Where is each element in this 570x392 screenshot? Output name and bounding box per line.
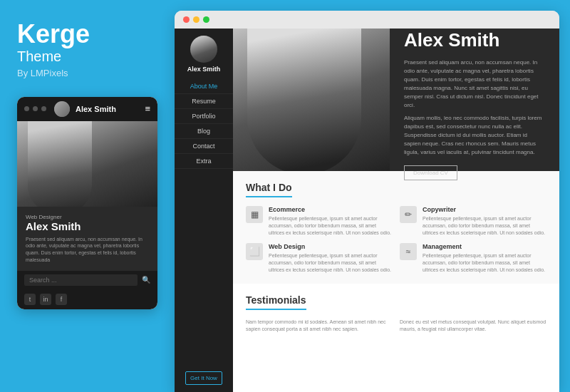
mobile-search-icon[interactable]: 🔍: [142, 276, 150, 284]
mobile-hero-face: [28, 121, 92, 207]
service-management-content: Management Pellentesque pellentesque, ip…: [423, 243, 546, 273]
service-copywriter: ✏ Copywriter Pellentesque pellentesque, …: [400, 206, 546, 236]
hero-photo: [233, 29, 390, 171]
brand-title: Kerge: [17, 19, 90, 48]
service-ecommerce-icon: ▦: [246, 206, 263, 223]
mobile-linkedin-icon[interactable]: in: [40, 294, 51, 305]
service-management-desc: Pellentesque pellentesque, ipsum sit ame…: [423, 252, 546, 273]
service-webdesign: ⬜ Web Design Pellentesque pellentesque, …: [246, 243, 393, 273]
service-management-name: Management: [423, 243, 546, 250]
service-copywriter-name: Copywriter: [423, 206, 546, 213]
desktop-sidebar-avatar-image: [190, 36, 217, 63]
service-copywriter-icon: ✏: [400, 206, 417, 223]
mobile-description: Praesent sed aliquam arcu, non accumsan …: [26, 236, 149, 264]
what-i-do-section: What I Do ▦ Ecommerce Pellentesque pelle…: [233, 171, 559, 284]
hero-info: Web Designer Alex Smith Praesent sed ali…: [390, 29, 559, 171]
testimonial-1: Nam tempor commodo mi id sodales. Aenean…: [246, 319, 393, 334]
mobile-mockup: Alex Smith ≡ Web Designer Alex Smith Pra…: [17, 97, 157, 309]
hero-face-shape: [247, 29, 361, 171]
titlebar-dot-red: [183, 16, 190, 23]
sidebar-get-it-button[interactable]: Get It Now: [185, 371, 222, 385]
hero-name: Alex Smith: [404, 29, 545, 51]
mobile-avatar: [54, 101, 70, 117]
mobile-dot-2: [33, 106, 38, 111]
service-ecommerce-content: Ecommerce Pellentesque pellentesque, ips…: [269, 206, 393, 236]
desktop-body: Alex Smith About Me Resume Portfolio Blo…: [175, 29, 559, 392]
testimonial-2: Donec eu est vel metus consequat volutpa…: [400, 319, 546, 334]
service-webdesign-name: Web Design: [269, 243, 393, 250]
titlebar-dot-yellow: [193, 16, 200, 23]
sidebar-nav-portfolio[interactable]: Portfolio: [175, 109, 233, 124]
mobile-top-bar: Alex Smith ≡: [17, 97, 157, 121]
mobile-twitter-icon[interactable]: t: [24, 294, 36, 305]
left-panel: Kerge Theme By LMPixels Alex Smith ≡ Web…: [0, 0, 175, 392]
brand-subtitle: Theme: [17, 48, 157, 65]
mobile-avatar-area: Alex Smith ≡: [54, 101, 150, 117]
desktop-sidebar-name: Alex Smith: [187, 66, 221, 73]
sidebar-nav-contact[interactable]: Contact: [175, 139, 233, 154]
desktop-main-content: Web Designer Alex Smith Praesent sed ali…: [233, 29, 559, 392]
mobile-dot-3: [41, 106, 46, 111]
service-webdesign-icon: ⬜: [246, 243, 263, 260]
sidebar-nav-about[interactable]: About Me: [175, 79, 233, 94]
brand-by: By LMPixels: [17, 68, 157, 78]
mobile-facebook-icon[interactable]: f: [56, 294, 67, 305]
mobile-menu-icon[interactable]: ≡: [145, 103, 150, 114]
service-webdesign-content: Web Design Pellentesque pellentesque, ip…: [269, 243, 393, 273]
desktop-sidebar: Alex Smith About Me Resume Portfolio Blo…: [175, 29, 233, 392]
desktop-title-bar: [175, 11, 559, 29]
mobile-dark-section: Web Designer Alex Smith Praesent sed ali…: [17, 207, 157, 271]
mobile-role-label: Web Designer: [26, 214, 149, 220]
desktop-sidebar-avatar: [190, 36, 217, 63]
sidebar-nav-extra[interactable]: Extra: [175, 154, 233, 169]
service-webdesign-desc: Pellentesque pellentesque, ipsum sit ame…: [269, 252, 393, 273]
mobile-social-icons: t in f: [17, 289, 157, 309]
hero-section: Web Designer Alex Smith Praesent sed ali…: [233, 29, 559, 171]
download-cv-button[interactable]: Download CV: [404, 165, 457, 180]
services-grid: ▦ Ecommerce Pellentesque pellentesque, i…: [246, 206, 546, 274]
mobile-search-area: 🔍: [17, 271, 157, 289]
mobile-dot-1: [24, 106, 29, 111]
service-management: ≈ Management Pellentesque pellentesque, …: [400, 243, 546, 273]
mobile-hero-image: [17, 121, 157, 207]
what-i-do-title: What I Do: [246, 182, 292, 197]
hero-description-2: Aliquam mollis, leo nec commodo facilisi…: [404, 114, 545, 157]
testimonials-grid: Nam tempor commodo mi id sodales. Aenean…: [246, 319, 546, 334]
mobile-username: Alex Smith: [76, 105, 139, 113]
service-ecommerce-name: Ecommerce: [269, 206, 393, 213]
mobile-big-name: Alex Smith: [26, 220, 149, 233]
brand-section: Kerge Theme By LMPixels: [17, 20, 157, 78]
mobile-avatar-image: [54, 101, 70, 117]
service-management-icon: ≈: [400, 243, 417, 260]
testimonials-title: Testimonials: [246, 294, 306, 310]
titlebar-dot-green: [203, 16, 209, 23]
mobile-search-input[interactable]: [24, 274, 138, 286]
desktop-mockup: Alex Smith About Me Resume Portfolio Blo…: [175, 11, 559, 392]
service-copywriter-desc: Pellentesque pellentesque, ipsum sit ame…: [423, 215, 546, 236]
testimonials-section: Testimonials Nam tempor commodo mi id so…: [233, 284, 559, 344]
service-copywriter-content: Copywriter Pellentesque pellentesque, ip…: [423, 206, 546, 236]
sidebar-nav-blog[interactable]: Blog: [175, 124, 233, 139]
service-ecommerce: ▦ Ecommerce Pellentesque pellentesque, i…: [246, 206, 393, 236]
hero-description-1: Praesent sed aliquam arcu, non accumsan …: [404, 58, 545, 110]
service-ecommerce-desc: Pellentesque pellentesque, ipsum sit ame…: [269, 215, 393, 236]
sidebar-nav-resume[interactable]: Resume: [175, 94, 233, 109]
